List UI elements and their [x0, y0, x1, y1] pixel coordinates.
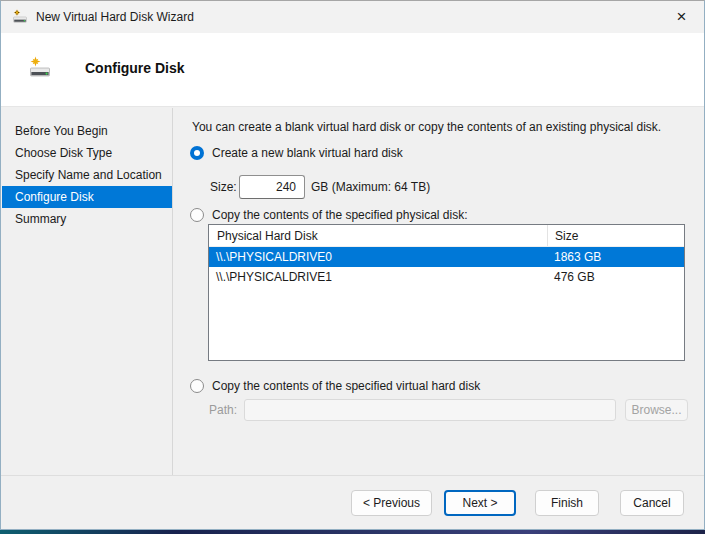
- radio-checked-icon[interactable]: [190, 146, 204, 160]
- disk-size: 1863 GB: [547, 250, 684, 264]
- radio-unchecked-icon[interactable]: [190, 379, 204, 393]
- next-button[interactable]: Next >: [444, 490, 516, 516]
- title-bar: New Virtual Hard Disk Wizard ×: [1, 1, 704, 33]
- size-label: Size:: [210, 180, 239, 194]
- size-row: Size: GB (Maximum: 64 TB): [210, 175, 430, 199]
- size-input[interactable]: [239, 175, 305, 199]
- virtual-disk-icon: [28, 56, 52, 80]
- sidebar-item-choose-disk-type[interactable]: Choose Disk Type: [2, 142, 172, 164]
- page-title: Configure Disk: [85, 60, 185, 76]
- window-title: New Virtual Hard Disk Wizard: [36, 10, 194, 24]
- column-header-size[interactable]: Size: [547, 225, 684, 246]
- path-row: Path: Browse...: [209, 399, 688, 421]
- option-copy-virtual-disk[interactable]: Copy the contents of the specified virtu…: [190, 379, 480, 393]
- browse-button: Browse...: [625, 399, 688, 421]
- path-label: Path:: [209, 403, 243, 417]
- wizard-window: New Virtual Hard Disk Wizard × Configure…: [0, 0, 705, 530]
- table-row-physicaldrive1[interactable]: \\.\PHYSICALDRIVE1 476 GB: [209, 267, 684, 287]
- cancel-button[interactable]: Cancel: [620, 490, 684, 516]
- size-maximum-text: GB (Maximum: 64 TB): [311, 180, 430, 194]
- option-copy-physical-disk[interactable]: Copy the contents of the specified physi…: [190, 208, 467, 222]
- finish-button[interactable]: Finish: [535, 490, 599, 516]
- option-create-blank-label: Create a new blank virtual hard disk: [212, 146, 403, 160]
- radio-unchecked-icon[interactable]: [190, 208, 204, 222]
- option-copy-virtual-label: Copy the contents of the specified virtu…: [212, 379, 480, 393]
- intro-text: You can create a blank virtual hard disk…: [192, 120, 661, 134]
- disk-name: \\.\PHYSICALDRIVE1: [209, 270, 547, 284]
- desktop: { "window": { "title": "New Virtual Hard…: [0, 0, 705, 534]
- close-button[interactable]: ×: [659, 2, 704, 33]
- sidebar-item-specify-name-and-location[interactable]: Specify Name and Location: [2, 164, 172, 186]
- table-row-physicaldrive0[interactable]: \\.\PHYSICALDRIVE0 1863 GB: [209, 247, 684, 267]
- wizard-header: Configure Disk: [1, 33, 704, 107]
- sidebar-item-before-you-begin[interactable]: Before You Begin: [2, 120, 172, 142]
- disk-size: 476 GB: [547, 270, 684, 284]
- option-copy-physical-label: Copy the contents of the specified physi…: [212, 208, 467, 222]
- wizard-steps-sidebar: Before You Begin Choose Disk Type Specif…: [2, 108, 173, 475]
- physical-disk-table: Physical Hard Disk Size \\.\PHYSICALDRIV…: [208, 224, 685, 361]
- sidebar-item-configure-disk[interactable]: Configure Disk: [2, 186, 172, 208]
- virtual-disk-icon: [12, 9, 28, 25]
- option-create-blank-disk[interactable]: Create a new blank virtual hard disk: [190, 146, 403, 160]
- table-header: Physical Hard Disk Size: [209, 225, 684, 247]
- disk-name: \\.\PHYSICALDRIVE0: [209, 250, 547, 264]
- wizard-content: You can create a blank virtual hard disk…: [174, 108, 704, 475]
- path-input: [244, 399, 616, 421]
- sidebar-item-summary[interactable]: Summary: [2, 208, 172, 230]
- previous-button[interactable]: < Previous: [351, 490, 432, 516]
- wizard-footer: < Previous Next > Finish Cancel: [1, 475, 704, 529]
- column-header-physical-hard-disk[interactable]: Physical Hard Disk: [209, 225, 547, 246]
